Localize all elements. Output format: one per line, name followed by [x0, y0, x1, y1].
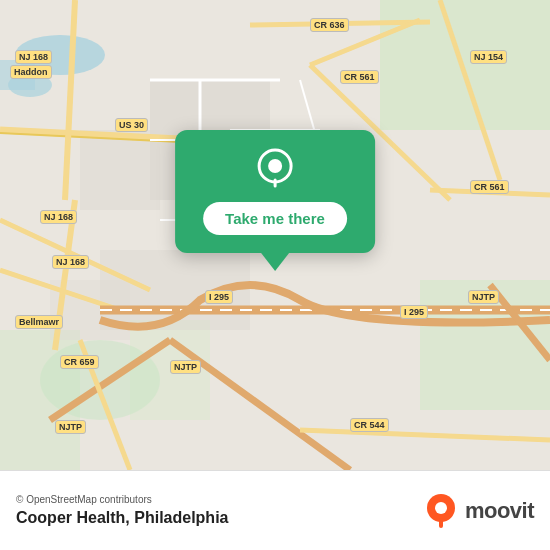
- svg-rect-4: [380, 0, 550, 130]
- road-label-cr561a: CR 561: [340, 70, 379, 84]
- bottom-bar: © OpenStreetMap contributors Cooper Heal…: [0, 470, 550, 550]
- bottom-bar-left: © OpenStreetMap contributors Cooper Heal…: [16, 494, 228, 527]
- svg-point-42: [435, 502, 447, 514]
- road-label-nj154: NJ 154: [470, 50, 507, 64]
- road-label-njtp3: NJTP: [55, 420, 86, 434]
- road-label-nj168a: NJ 168: [15, 50, 52, 64]
- road-label-haddon: Haddon: [10, 65, 52, 79]
- road-label-cr544: CR 544: [350, 418, 389, 432]
- moovit-icon: [423, 493, 459, 529]
- location-pin-icon: [253, 148, 297, 192]
- road-label-njtp1: NJTP: [468, 290, 499, 304]
- road-label-i295a: I 295: [205, 290, 233, 304]
- road-label-us30: US 30: [115, 118, 148, 132]
- road-label-cr659: CR 659: [60, 355, 99, 369]
- road-label-njtp2: NJTP: [170, 360, 201, 374]
- moovit-logo: moovit: [423, 493, 534, 529]
- road-label-i295b: I 295: [400, 305, 428, 319]
- take-me-there-button[interactable]: Take me there: [203, 202, 347, 235]
- copyright-text: © OpenStreetMap contributors: [16, 494, 228, 505]
- road-label-nj168c: NJ 168: [52, 255, 89, 269]
- popup-card: Take me there: [175, 130, 375, 253]
- road-label-nj168b: NJ 168: [40, 210, 77, 224]
- svg-rect-11: [80, 130, 160, 210]
- road-label-cr561b: CR 561: [470, 180, 509, 194]
- map-container: Take me there CR 636NJ 168US 30NJ 154CR …: [0, 0, 550, 470]
- svg-point-40: [268, 159, 282, 173]
- location-text: Cooper Health, Philadelphia: [16, 509, 228, 527]
- moovit-label: moovit: [465, 498, 534, 524]
- road-label-bellmawr: Bellmawr: [15, 315, 63, 329]
- road-label-cr636: CR 636: [310, 18, 349, 32]
- svg-point-8: [40, 340, 160, 420]
